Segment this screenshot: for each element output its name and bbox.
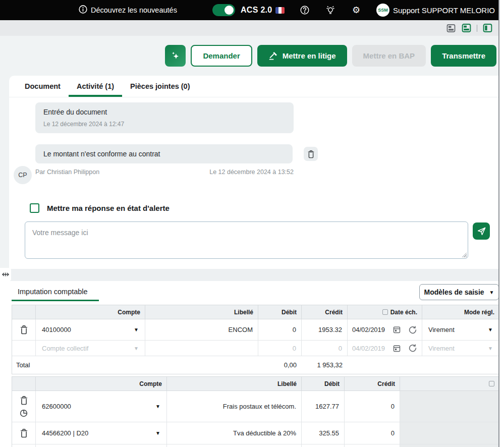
application-window: Découvrez les nouveautés ACS 2.0 ⚙ SSM S… bbox=[0, 0, 504, 447]
top-bar: Découvrez les nouveautés ACS 2.0 ⚙ SSM S… bbox=[0, 0, 499, 20]
layout-split-vertical-icon[interactable] bbox=[482, 23, 493, 33]
debit-cell[interactable]: 0 bbox=[258, 319, 302, 341]
credit-cell[interactable]: 0 bbox=[345, 422, 400, 444]
whats-new-link[interactable]: Découvrez les nouveautés bbox=[78, 0, 177, 20]
gavel-icon bbox=[268, 51, 278, 61]
delete-row-button[interactable] bbox=[20, 428, 28, 438]
tab-activite[interactable]: Activité (1) bbox=[69, 76, 122, 97]
header-date-ech: Date éch. bbox=[348, 305, 422, 319]
comment-author-avatar: CP bbox=[14, 166, 32, 184]
alert-checkbox-label: Mettre ma réponse en état d'alerte bbox=[47, 204, 170, 212]
settings-gear-icon[interactable]: ⚙ bbox=[351, 5, 361, 15]
trash-icon bbox=[307, 150, 315, 158]
header-compte: Compte bbox=[36, 305, 145, 319]
total-label: Total bbox=[12, 361, 153, 369]
panel-resize-handle[interactable] bbox=[0, 268, 11, 281]
date-ech-cell[interactable]: 04/02/2019 bbox=[348, 319, 422, 341]
tab-imputation-comptable[interactable]: Imputation comptable bbox=[18, 288, 88, 296]
debit-cell[interactable]: 1627.77 bbox=[302, 391, 345, 422]
activity-feed: Entrée du document Le 12 décembre 2024 à… bbox=[35, 102, 318, 176]
header-debit: Débit bbox=[302, 376, 345, 391]
compte-select[interactable]: 62600000▼ bbox=[36, 391, 167, 422]
date-column-checkbox[interactable] bbox=[382, 309, 388, 315]
tab-bar: Document Activité (1) Pièces jointes (0) bbox=[9, 76, 499, 97]
layout-toolbar bbox=[0, 20, 499, 36]
tab-document[interactable]: Document bbox=[17, 76, 69, 97]
mode-regl-select-placeholder[interactable]: Virement▼ bbox=[422, 341, 499, 356]
analytics-distribution-button[interactable] bbox=[19, 409, 28, 418]
app-name: ACS 2.0 bbox=[241, 0, 272, 20]
table-row: 62600000▼ Frais postaux et télécom. 1627… bbox=[12, 391, 499, 422]
table-row-partial bbox=[12, 444, 499, 447]
calendar-icon[interactable] bbox=[393, 344, 401, 353]
transmettre-button[interactable]: Transmettre bbox=[431, 45, 496, 67]
date-ech-cell[interactable]: 04/02/2019 bbox=[348, 341, 422, 356]
delete-row-button[interactable] bbox=[20, 396, 28, 405]
credit-cell[interactable]: 1953.32 bbox=[302, 319, 348, 341]
credit-cell[interactable]: 0 bbox=[345, 391, 400, 422]
info-icon bbox=[78, 5, 88, 16]
compte-select[interactable]: 44566200 | D20▼ bbox=[36, 422, 167, 444]
recurrence-icon[interactable] bbox=[408, 325, 417, 334]
header-debit: Débit bbox=[258, 305, 302, 319]
total-credit: 1 953,32 bbox=[302, 361, 348, 369]
vertical-scrollbar[interactable] bbox=[498, 0, 499, 447]
send-message-button[interactable] bbox=[473, 222, 490, 240]
date-ech-label: Date éch. bbox=[390, 309, 417, 316]
action-buttons-row: Demander Mettre en litige Mettre en BAP … bbox=[0, 45, 496, 67]
pie-chart-icon bbox=[19, 409, 28, 418]
compte-select-placeholder[interactable]: Compte collectif▼ bbox=[36, 341, 145, 356]
libelle-cell[interactable]: Frais postaux et télécom. bbox=[167, 391, 302, 422]
accounting-panel: Imputation comptable Modèles de saisie ▼… bbox=[0, 281, 499, 447]
activity-comment: Le montant n'est conforme au contrat bbox=[35, 144, 293, 163]
mettre-en-bap-button[interactable]: Mettre en BAP bbox=[352, 45, 426, 67]
libelle-cell[interactable] bbox=[145, 341, 258, 356]
delete-row-button[interactable] bbox=[20, 325, 28, 334]
message-composer bbox=[25, 221, 490, 259]
row-extra-cell bbox=[400, 422, 499, 444]
detail-table-header: Compte Libellé Débit Crédit bbox=[12, 376, 499, 391]
french-flag-icon[interactable] bbox=[275, 7, 285, 14]
comment-text: Le montant n'est conforme au contrat bbox=[43, 150, 285, 158]
table-row-ghost: Compte collectif▼ 0 0 04/02/2019 Viremen… bbox=[12, 341, 499, 356]
templates-dropdown-label: Modèles de saisie bbox=[424, 288, 484, 296]
user-name[interactable]: Support SUPPORT MELORIO bbox=[393, 0, 495, 20]
recurrence-icon[interactable] bbox=[408, 344, 417, 353]
header-libelle: Libellé bbox=[145, 305, 258, 319]
libelle-cell[interactable]: Tva déductible à 20% bbox=[167, 422, 302, 444]
comment-date: Le 12 décembre 2024 à 13:52 bbox=[209, 169, 294, 176]
layout-split-horizontal-icon[interactable] bbox=[446, 23, 456, 33]
mode-regl-select[interactable]: Virement▼ bbox=[422, 319, 499, 341]
help-icon[interactable] bbox=[300, 5, 310, 15]
mettre-en-litige-button[interactable]: Mettre en litige bbox=[257, 45, 347, 67]
calendar-icon[interactable] bbox=[393, 325, 401, 334]
delete-comment-button[interactable] bbox=[304, 147, 318, 161]
resize-grip[interactable] bbox=[461, 252, 467, 257]
user-avatar[interactable]: SSM bbox=[376, 4, 389, 17]
layout-split-horizontal-active-icon[interactable] bbox=[461, 23, 472, 33]
tab-pieces-jointes[interactable]: Pièces jointes (0) bbox=[122, 76, 198, 97]
acs-version-toggle[interactable] bbox=[212, 4, 235, 16]
toolbar-divider bbox=[477, 25, 477, 32]
libelle-cell[interactable]: ENCOM bbox=[145, 319, 258, 341]
ai-sparkle-button[interactable] bbox=[165, 45, 186, 67]
select-all-checkbox[interactable] bbox=[489, 381, 494, 386]
header-mode-regl: Mode régl. bbox=[422, 305, 499, 319]
compte-select[interactable]: 40100000▼ bbox=[36, 319, 145, 341]
lightbulb-icon[interactable] bbox=[325, 5, 335, 15]
demander-button[interactable]: Demander bbox=[191, 45, 252, 67]
active-tab-underline bbox=[12, 300, 99, 301]
header-libelle: Libellé bbox=[167, 376, 302, 391]
table-row: 44566200 | D20▼ Tva déductible à 20% 325… bbox=[12, 422, 499, 444]
chevron-down-icon: ▼ bbox=[489, 290, 494, 295]
modeles-de-saisie-dropdown[interactable]: Modèles de saisie ▼ bbox=[419, 284, 499, 300]
debit-cell[interactable]: 325.55 bbox=[302, 422, 345, 444]
totals-row: Total 0,00 1 953,32 bbox=[12, 356, 499, 374]
alert-checkbox[interactable] bbox=[30, 203, 39, 213]
debit-cell[interactable]: 0 bbox=[258, 341, 302, 356]
alert-option-row: Mettre ma réponse en état d'alerte bbox=[30, 203, 170, 213]
credit-cell[interactable]: 0 bbox=[302, 341, 348, 356]
message-input[interactable] bbox=[25, 222, 468, 258]
send-icon bbox=[477, 227, 486, 236]
header-empty bbox=[12, 305, 36, 319]
